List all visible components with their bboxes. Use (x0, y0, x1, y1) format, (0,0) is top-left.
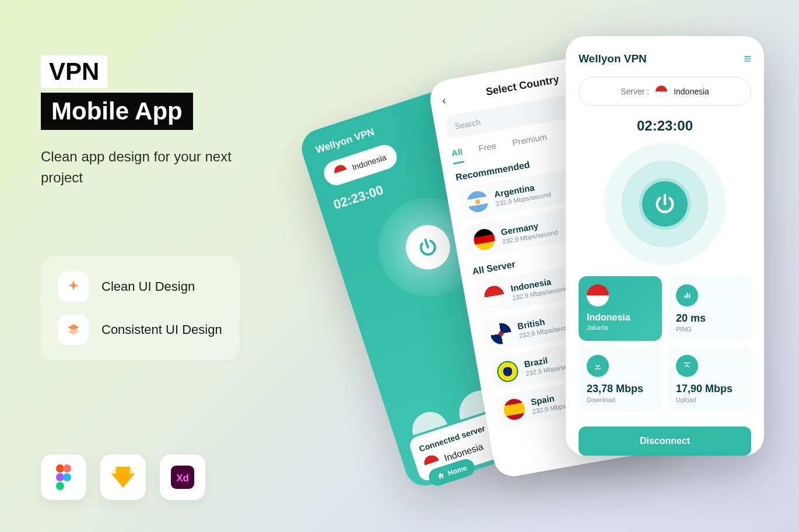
layers-icon (58, 315, 89, 345)
flag-uk-icon (489, 322, 513, 346)
flag-id-icon (332, 163, 349, 179)
menu-icon[interactable]: ≡ (744, 51, 751, 66)
upload-value: 17,90 Mbps (676, 383, 743, 395)
tab-premium[interactable]: Premium (511, 132, 549, 154)
hero-subtitle: Clean app design for your next project (41, 146, 274, 188)
feature-2-label: Consistent UI Design (101, 322, 222, 337)
features-panel: Clean UI Design Consistent UI Design (41, 256, 240, 360)
power-button[interactable] (642, 181, 688, 227)
tool-icons-row: Xd (41, 455, 205, 500)
flag-br-icon (496, 360, 520, 384)
card-download: 23,78 Mbps Download (579, 347, 662, 411)
disconnect-button[interactable]: Disconnect (579, 427, 751, 456)
phone-screen-main: Wellyon VPN ≡ Server : Indonesia 02:23:0… (566, 36, 764, 456)
card-upload: 17,90 Mbps Upload (668, 347, 751, 411)
server-label: Server : (621, 87, 649, 96)
svg-text:Xd: Xd (176, 473, 189, 484)
signal-icon (676, 284, 698, 306)
session-timer: 02:23:00 (579, 118, 751, 134)
hero-title-2: Mobile App (41, 93, 193, 130)
card-ping: 20 ms PING (668, 276, 751, 341)
flag-de-icon (472, 227, 497, 252)
card-location[interactable]: Indonesia Jakarta (579, 276, 662, 341)
upload-icon (676, 355, 698, 377)
sketch-icon (100, 455, 146, 500)
hero-section: VPN Mobile App Clean app design for your… (41, 55, 274, 188)
flag-id-icon (655, 85, 668, 98)
flag-id-icon (587, 284, 609, 306)
upload-label: Upload (676, 396, 743, 403)
power-rings (601, 140, 729, 268)
sparkle-icon (58, 272, 89, 302)
figma-icon (41, 455, 86, 500)
app-title: Wellyon VPN (579, 52, 647, 65)
ping-value: 20 ms (676, 312, 743, 325)
download-icon (587, 355, 609, 377)
tab-all[interactable]: All (451, 146, 465, 164)
server-country: Indonesia (674, 87, 709, 96)
server-selector[interactable]: Server : Indonesia (579, 77, 751, 106)
location-city: Jakarta (587, 324, 654, 331)
flag-ar-icon (465, 189, 490, 214)
download-value: 23,78 Mbps (587, 383, 654, 395)
svg-point-2 (56, 473, 64, 481)
hero-title-1: VPN (41, 55, 107, 88)
svg-point-0 (56, 464, 64, 473)
feature-1-label: Clean UI Design (101, 279, 195, 294)
flag-es-icon (502, 397, 527, 422)
phone-mockups: Wellyon VPN Indonesia 02:23:00 Connected… (332, 0, 799, 532)
flag-id-icon (482, 284, 507, 308)
svg-point-4 (56, 482, 64, 490)
download-label: Download (587, 396, 654, 403)
tab-free[interactable]: Free (478, 140, 498, 160)
ping-label: PING (676, 326, 743, 333)
xd-icon: Xd (160, 455, 205, 500)
server-country: Indonesia (351, 152, 388, 172)
svg-point-1 (63, 464, 71, 473)
location-name: Indonesia (587, 312, 654, 323)
power-button[interactable] (400, 219, 456, 275)
svg-point-3 (63, 473, 71, 481)
